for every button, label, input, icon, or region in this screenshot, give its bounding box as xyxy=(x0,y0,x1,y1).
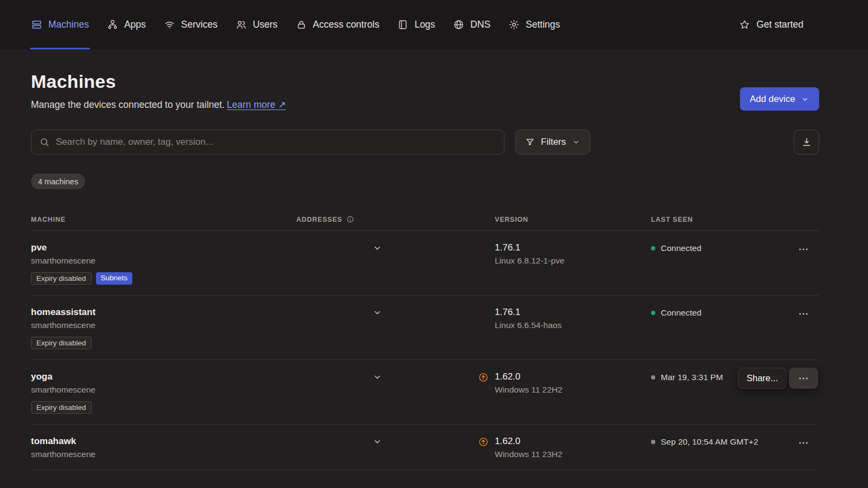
version-os: Linux 6.6.54-haos xyxy=(495,320,651,330)
column-header-last-seen: LAST SEEN xyxy=(651,215,787,223)
search-box xyxy=(31,130,505,155)
learn-more-link[interactable]: Learn more ↗ xyxy=(227,99,286,110)
machine-badges: Expiry disabled xyxy=(31,401,296,414)
gear-icon xyxy=(508,19,520,30)
chevron-down-icon xyxy=(801,95,809,104)
version-os: Windows 11 23H2 xyxy=(495,450,651,459)
page-header: Machines Manage the devices connected to… xyxy=(31,71,819,111)
badge-expiry-disabled: Expiry disabled xyxy=(31,272,92,285)
badge-expiry-disabled: Expiry disabled xyxy=(31,401,92,414)
row-menu-button[interactable] xyxy=(794,307,813,321)
machine-owner: smarthomescene xyxy=(31,450,296,459)
machine-name[interactable]: yoga xyxy=(31,371,296,382)
nav-item-dns[interactable]: DNS xyxy=(453,0,490,49)
toolbar: Filters xyxy=(31,130,819,155)
nav-items: Machines Apps Services Users Access cont… xyxy=(31,0,560,49)
column-header-actions xyxy=(787,215,819,223)
version-cell: 1.62.0 Windows 11 22H2 xyxy=(495,371,651,414)
actions-cell xyxy=(787,242,819,285)
ellipsis-icon xyxy=(797,243,809,255)
machine-cell: tomahawk smarthomescene xyxy=(31,436,296,459)
download-button[interactable] xyxy=(794,130,819,155)
nav-item-users[interactable]: Users xyxy=(235,0,278,49)
column-header-machine: MACHINE xyxy=(31,215,296,223)
ellipsis-icon xyxy=(797,373,809,384)
row-menu-button[interactable] xyxy=(794,242,813,256)
table-row: tomahawk smarthomescene 1.62.0 Windows 1… xyxy=(31,425,819,470)
services-icon xyxy=(164,19,175,30)
addresses-expand-button[interactable] xyxy=(369,240,385,256)
nav-item-access-controls[interactable]: Access controls xyxy=(296,0,380,49)
badge-expiry-disabled: Expiry disabled xyxy=(31,337,92,349)
last-seen-cell: Connected xyxy=(651,307,787,349)
chevron-down-icon xyxy=(372,436,382,447)
status-dot xyxy=(651,311,655,315)
info-icon[interactable] xyxy=(346,215,354,223)
update-available-icon xyxy=(478,436,489,447)
machine-count-badge: 4 machines xyxy=(31,174,85,189)
machines-page: Machines Manage the devices connected to… xyxy=(0,71,868,470)
version-number: 1.62.0 xyxy=(495,371,651,382)
addresses-cell xyxy=(296,371,495,414)
addresses-cell xyxy=(296,242,495,285)
nav-item-settings[interactable]: Settings xyxy=(508,0,560,49)
filter-icon xyxy=(525,137,535,147)
get-started-label: Get started xyxy=(756,19,803,30)
version-cell: 1.62.0 Windows 11 23H2 xyxy=(495,436,651,459)
addresses-expand-button[interactable] xyxy=(369,433,385,450)
version-number: 1.76.1 xyxy=(495,307,651,318)
filters-button[interactable]: Filters xyxy=(515,130,590,155)
column-header-version: VERSION xyxy=(495,215,651,223)
version-number: 1.62.0 xyxy=(495,436,651,447)
machine-cell: homeassistant smarthomescene Expiry disa… xyxy=(31,307,296,349)
page-header-text: Machines Manage the devices connected to… xyxy=(31,71,286,111)
lock-icon xyxy=(296,19,307,30)
badge-subnets: Subnets xyxy=(96,272,133,285)
row-menu-button[interactable] xyxy=(789,368,818,389)
status-dot xyxy=(651,246,655,251)
share-button[interactable]: Share... xyxy=(738,368,787,389)
addresses-expand-button[interactable] xyxy=(369,304,385,320)
nav-item-logs[interactable]: Logs xyxy=(397,0,435,49)
chevron-down-icon xyxy=(572,138,580,146)
ellipsis-icon xyxy=(797,308,809,320)
machine-badges: Expiry disabled xyxy=(31,337,296,349)
row-menu-button[interactable] xyxy=(794,436,813,450)
machine-name[interactable]: pve xyxy=(31,242,296,253)
nav-item-machines[interactable]: Machines xyxy=(31,0,89,49)
nav-item-apps[interactable]: Apps xyxy=(107,0,146,49)
machine-name[interactable]: homeassistant xyxy=(31,307,296,318)
machine-owner: smarthomescene xyxy=(31,256,296,266)
get-started-button[interactable]: Get started xyxy=(739,0,803,49)
update-available-icon xyxy=(478,372,489,383)
addresses-expand-button[interactable] xyxy=(369,369,385,385)
users-icon xyxy=(235,19,247,30)
search-input[interactable] xyxy=(56,137,496,147)
nav-item-services[interactable]: Services xyxy=(164,0,218,49)
actions-cell xyxy=(787,307,819,349)
status-label: Connected xyxy=(661,308,701,318)
add-device-button[interactable]: Add device xyxy=(740,87,819,111)
machine-cell: pve smarthomescene Expiry disabledSubnet… xyxy=(31,242,296,285)
filters-label: Filters xyxy=(541,137,566,147)
status-dot xyxy=(651,440,655,444)
status-dot xyxy=(651,375,655,380)
addresses-cell xyxy=(296,436,495,459)
status-label: Connected xyxy=(661,243,701,253)
machines-table: MACHINE ADDRESSES VERSION LAST SEEN pve … xyxy=(31,215,819,470)
machine-badges: Expiry disabledSubnets xyxy=(31,272,296,285)
table-row: homeassistant smarthomescene Expiry disa… xyxy=(31,296,819,360)
machine-name[interactable]: tomahawk xyxy=(31,436,296,447)
table-row: pve smarthomescene Expiry disabledSubnet… xyxy=(31,231,819,296)
subtitle-text: Manage the devices connected to your tai… xyxy=(31,99,225,110)
logs-icon xyxy=(397,19,409,30)
chevron-down-icon xyxy=(372,372,382,382)
page-subtitle: Manage the devices connected to your tai… xyxy=(31,99,286,111)
actions-cell xyxy=(787,436,819,459)
top-nav: Machines Apps Services Users Access cont… xyxy=(0,0,868,49)
column-header-addresses: ADDRESSES xyxy=(296,215,495,223)
version-os: Windows 11 22H2 xyxy=(495,385,651,395)
table-row: yoga smarthomescene Expiry disabled 1.62… xyxy=(31,360,819,425)
addresses-cell xyxy=(296,307,495,349)
version-cell: 1.76.1 Linux 6.6.54-haos xyxy=(495,307,651,349)
